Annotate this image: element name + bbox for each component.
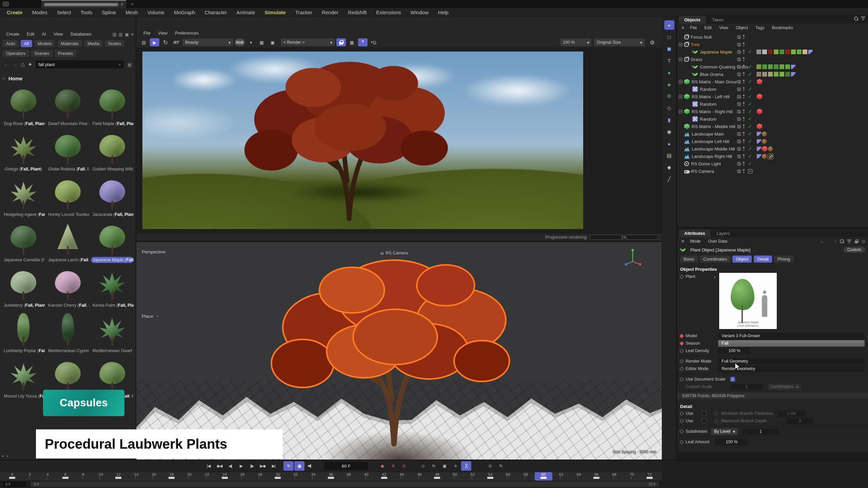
timeline-tick[interactable]: 70 — [623, 472, 641, 481]
material-swatches[interactable] — [756, 72, 790, 77]
object-label[interactable]: Blue Grama — [700, 72, 723, 77]
custom-button[interactable]: Custom — [843, 247, 865, 253]
material-tag-icon[interactable] — [791, 65, 795, 69]
menu-item[interactable]: Redshift — [343, 8, 371, 17]
asset-thumbnail[interactable] — [92, 176, 132, 211]
render-view-menu-item[interactable]: File — [140, 29, 154, 38]
mode-tool-icon[interactable]: ◼ — [664, 44, 674, 54]
channel-rgb-icon[interactable]: RGB — [235, 39, 245, 46]
refresh-icon[interactable]: ↻ — [161, 38, 170, 46]
layer-toggle-icon[interactable] — [737, 147, 741, 151]
status-icon-a[interactable]: ▸ — [2, 453, 4, 458]
menu-item[interactable]: Window — [406, 8, 433, 17]
filter-chip[interactable]: Models — [34, 40, 55, 47]
asset-item[interactable]: Japanese Larch (Fall, Pl... — [46, 221, 90, 263]
keyed-param-icon[interactable] — [679, 334, 684, 338]
range-start-field[interactable]: 0 F — [3, 482, 26, 487]
custom-scale-field[interactable]: 1 — [730, 384, 763, 390]
asset-menu-item[interactable]: Edit — [23, 30, 38, 39]
panel-tab[interactable]: Layers — [711, 229, 735, 237]
object-menu-item[interactable]: Bookmarks — [768, 23, 796, 32]
material-tag-icon[interactable] — [757, 154, 761, 159]
asset-thumbnail[interactable] — [48, 312, 88, 348]
place-tool-label[interactable]: Place ⊹ — [142, 314, 159, 319]
object-row[interactable]: Grass ✓ — [677, 56, 868, 63]
object-label[interactable]: RS Dome Light — [691, 161, 721, 166]
subdivision-mode-dropdown[interactable]: By Level ▾ — [711, 428, 738, 435]
timeline-tick[interactable]: 28 — [251, 472, 269, 481]
use-document-scale-checkbox[interactable]: ✓ — [730, 377, 735, 382]
asset-item[interactable]: Field Maple (Fall, Plant) — [90, 85, 134, 127]
clear-search-icon[interactable]: × — [118, 62, 121, 67]
visibility-dots-icon[interactable] — [743, 109, 745, 114]
custom-scale-unit-dropdown[interactable]: Centimeters ▾ — [768, 384, 801, 390]
rt-toggle[interactable]: RT — [172, 38, 181, 46]
object-label[interactable]: Japanese Maple — [700, 49, 732, 55]
asset-item[interactable]: Mediterranean Cypres... — [46, 312, 90, 354]
transport-button[interactable]: ▶◆ — [258, 461, 268, 471]
visibility-dots-icon[interactable] — [743, 124, 745, 128]
timeline-tick[interactable]: 20 — [180, 472, 198, 481]
open-window-icon[interactable]: ▣ — [125, 32, 129, 37]
status-icon-b[interactable]: ▸ — [7, 453, 9, 458]
layer-toggle-icon[interactable] — [737, 95, 741, 99]
object-label[interactable]: RS Camera — [691, 169, 714, 174]
timeline-tick[interactable]: 52 — [464, 472, 481, 481]
viewport-label[interactable]: Perspective — [142, 249, 166, 255]
snapshot-compare-icon[interactable]: *G — [369, 38, 378, 46]
layer-toggle-icon[interactable] — [737, 43, 741, 46]
visibility-dots-icon[interactable] — [743, 87, 745, 91]
asset-item[interactable]: Mound Lily Yucca (Fall... — [1, 357, 46, 399]
filter-icon[interactable] — [847, 240, 851, 243]
timeline-tick[interactable]: 38 — [340, 472, 357, 481]
timeline-tick[interactable]: 40 — [357, 472, 375, 481]
redshift-tag-icon[interactable] — [757, 79, 762, 85]
attribute-chip[interactable]: Detail — [754, 256, 772, 263]
transport-button[interactable]: ▶ — [236, 461, 246, 471]
object-row[interactable]: Blue Grama ✓ — [677, 70, 868, 78]
asset-thumbnail[interactable] — [48, 130, 88, 166]
timeline-tick[interactable]: 2 — [21, 472, 39, 481]
up-icon[interactable]: ↑ — [835, 239, 837, 244]
object-label[interactable]: Grass — [691, 57, 703, 62]
zoom-spinner[interactable]: 100 % ▴▾ — [560, 39, 591, 46]
filter-icon[interactable] — [861, 17, 865, 20]
object-row[interactable]: Common Quaking Grass ✓ — [677, 63, 868, 70]
enabled-check-icon[interactable]: ✓ — [748, 161, 752, 167]
enabled-check-icon[interactable]: ✓ — [748, 116, 752, 122]
visibility-dots-icon[interactable] — [743, 35, 745, 39]
timeline-tick[interactable]: 0 — [3, 472, 21, 481]
enabled-check-icon[interactable]: ✓ — [748, 49, 752, 55]
object-row[interactable]: Random ✓ — [677, 100, 868, 108]
expander-icon[interactable] — [679, 80, 683, 84]
material-tag-icon[interactable] — [757, 132, 761, 136]
timeline-tick[interactable]: 4 — [39, 472, 56, 481]
asset-menu-item[interactable]: Databases — [67, 30, 95, 39]
transport-button[interactable]: ▶| — [269, 461, 279, 471]
object-row[interactable]: RS Camera ✓ — [677, 167, 868, 175]
timeline-tick[interactable]: 6 — [57, 472, 74, 481]
range-slider[interactable]: 0 F 72 F — [31, 482, 659, 487]
expander-icon[interactable] — [679, 110, 683, 114]
param-diamond-icon[interactable] — [679, 440, 684, 444]
use-min-branch-checkbox[interactable]: ✓ — [702, 411, 707, 416]
asset-thumbnail[interactable] — [48, 85, 88, 121]
timeline-tick[interactable]: 46 — [411, 472, 428, 481]
object-label[interactable]: RS Matrix - Main Ground — [692, 79, 741, 84]
enabled-check-icon[interactable]: ✓ — [748, 101, 752, 107]
timeline-tick[interactable]: 24 — [216, 472, 234, 481]
mode-tool-icon[interactable]: ▮ — [664, 115, 674, 125]
expander-icon[interactable] — [679, 58, 683, 61]
mode-tool-icon[interactable]: + — [664, 20, 674, 30]
object-row[interactable]: Landscape Main ✓ — [677, 130, 868, 138]
timeline-tick[interactable]: 64 — [570, 472, 588, 481]
timeline-tick[interactable]: 36 — [322, 472, 340, 481]
expander-icon[interactable] — [679, 95, 683, 99]
enabled-check-icon[interactable]: ✓ — [748, 153, 752, 159]
timeline-tick[interactable]: 58 — [517, 472, 534, 481]
object-row[interactable]: RS Matrix - Left Hill ✓ — [677, 93, 868, 100]
visibility-dots-icon[interactable] — [743, 139, 745, 143]
menu-item[interactable]: Create — [2, 8, 27, 17]
object-label[interactable]: RS Matrix - Right Hill — [692, 109, 733, 114]
spinner-arrows-icon[interactable]: ▴▾ — [587, 41, 589, 44]
